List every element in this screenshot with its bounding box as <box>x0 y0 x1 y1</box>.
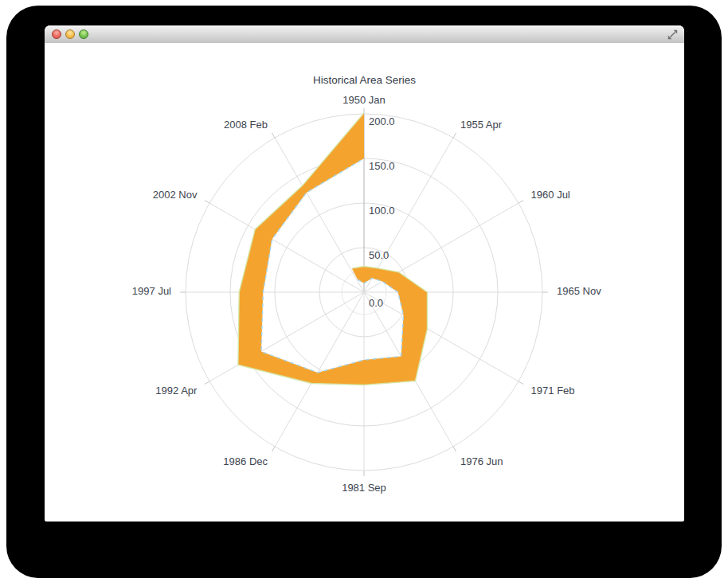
category-label: 1971 Feb <box>531 385 575 397</box>
category-label: 1997 Jul <box>132 285 171 297</box>
close-button[interactable] <box>52 29 61 39</box>
spoke-outer-tick <box>453 447 456 451</box>
category-label: 2008 Feb <box>224 119 268 131</box>
zoom-button[interactable] <box>79 29 88 39</box>
spoke-outer-tick <box>519 381 523 385</box>
spoke-outer-tick <box>272 133 276 138</box>
category-label: 2002 Nov <box>153 189 198 201</box>
spoke-outer-tick <box>272 447 276 451</box>
radial-tick-label: 50.0 <box>369 249 389 261</box>
category-label: 1950 Jan <box>342 94 386 106</box>
category-label: 1981 Sep <box>342 482 386 494</box>
category-label: 1986 Dec <box>223 455 268 467</box>
page-background: { "window": { "buttons": [ {"name": "clo… <box>0 0 728 586</box>
category-label: 1955 Apr <box>460 119 503 131</box>
band-low-edge-line <box>261 158 404 373</box>
window-content: Historical Area Series 1950 Jan1955 Apr1… <box>45 43 684 522</box>
spoke-outer-tick <box>205 381 209 385</box>
radial-tick-label: 0.0 <box>369 297 383 309</box>
radial-tick-label: 150.0 <box>369 160 395 172</box>
titlebar[interactable] <box>45 25 684 44</box>
category-label: 1992 Apr <box>155 385 198 397</box>
category-label: 1976 Jun <box>460 455 503 467</box>
area-band <box>238 113 428 385</box>
traffic-lights <box>52 29 88 39</box>
fullscreen-resize-icon[interactable] <box>667 29 679 41</box>
spoke-outer-tick <box>453 133 456 138</box>
radial-tick-label: 200.0 <box>369 115 395 127</box>
radial-tick-label: 100.0 <box>369 205 395 217</box>
category-label: 1960 Jul <box>531 189 570 201</box>
spoke-outer-tick <box>519 201 523 204</box>
spoke-outer-tick <box>205 201 209 204</box>
category-label: 1965 Nov <box>557 285 601 297</box>
minimize-button[interactable] <box>65 29 75 39</box>
polar-chart-svg: 1950 Jan1955 Apr1960 Jul1965 Nov1971 Feb… <box>45 43 684 522</box>
app-window: Historical Area Series 1950 Jan1955 Apr1… <box>45 25 684 522</box>
